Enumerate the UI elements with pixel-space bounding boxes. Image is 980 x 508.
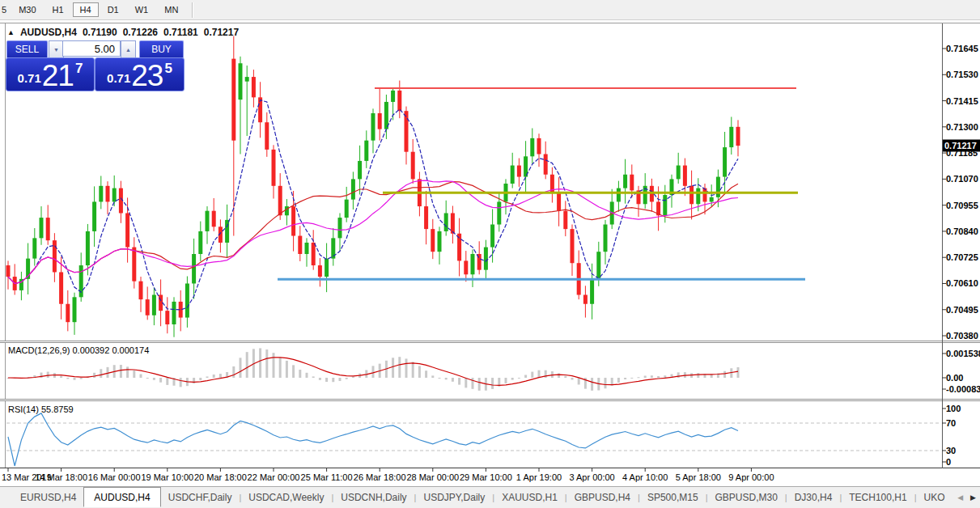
chart-header: ▲ AUDUSD,H4 0.71190 0.71226 0.71181 0.71… (7, 27, 239, 38)
tab-scroll-arrows: ◀ ▶ (957, 493, 976, 502)
terminal-window: 5M30H1H4D1W1MN ▲ AUDUSD,H4 0.71190 0.712… (0, 0, 980, 508)
indicator-axis-label: -0.000835 (946, 384, 980, 394)
tab-tech100-h1[interactable]: TECH100,H1 (842, 489, 914, 506)
sell-button[interactable]: SELL (6, 40, 48, 59)
tab-usdcad-weekly[interactable]: USDCAD,Weekly (241, 489, 331, 506)
collapse-one-click-icon[interactable]: ▲ (7, 29, 15, 36)
macd-label: MACD(12,26,9) 0.000392 0.000174 (8, 345, 149, 355)
volume-input[interactable] (62, 40, 121, 57)
sell-price-button[interactable]: 0.71 21 7 (6, 57, 95, 91)
price-axis-label: 0.71530 (946, 70, 978, 79)
timeframe-button-5[interactable]: 5 (1, 2, 10, 17)
timeframe-toolbar: 5M30H1H4D1W1MN (0, 0, 980, 20)
time-axis-label: 5 Apr 18:00 (676, 472, 721, 482)
timeframe-button-mn[interactable]: MN (157, 2, 185, 17)
ask-price-sup: 5 (164, 61, 172, 77)
price-axis-label: 0.70380 (946, 331, 978, 341)
price-axis-label: 0.70840 (946, 226, 978, 236)
price-axis-label: 0.71300 (946, 122, 978, 132)
timeframe-button-w1[interactable]: W1 (128, 2, 156, 17)
volume-increase-button[interactable]: ▲ (121, 40, 136, 58)
timeframe-button-h1[interactable]: H1 (45, 2, 71, 17)
toolbar-separator (192, 2, 193, 18)
tab-dj30-h4[interactable]: DJ30,H4 (787, 489, 840, 506)
time-axis-label: 14 Mar 18:00 (35, 472, 87, 482)
spinner-down-icon: ▼ (53, 47, 59, 53)
tab-usdcnh-daily[interactable]: USDCNH,Daily (333, 489, 414, 506)
time-axis-label: 29 Mar 10:00 (460, 472, 512, 482)
time-axis-label: 20 Mar 18:00 (194, 472, 247, 482)
tab-gbpusd-m30[interactable]: GBPUSD,M30 (707, 489, 784, 506)
tab-usdjpy-daily[interactable]: USDJPY,Daily (416, 489, 492, 506)
price-axis-label: 0.70725 (946, 252, 978, 262)
indicator-axis-label: 0.001538 (946, 349, 980, 358)
bid-price-prefix: 0.71 (18, 71, 41, 85)
indicator-axis-label: 100 (946, 404, 961, 413)
indicator-axis-label: 70 (946, 418, 956, 428)
timeframe-button-d1[interactable]: D1 (100, 2, 126, 17)
indicator-axis-label: 0.00 (946, 373, 963, 383)
spinner-up-icon: ▲ (125, 47, 131, 53)
time-axis-label: 1 Apr 19:00 (516, 472, 562, 482)
timeframe-button-m30[interactable]: M30 (11, 2, 43, 17)
time-axis-label: 9 Apr 00:00 (728, 472, 774, 482)
tab-audusd-h4[interactable]: AUDUSD,H4 (83, 487, 160, 507)
chart-symbol-label: AUDUSD,H4 (20, 27, 77, 38)
ohlc-low: 0.71181 (163, 27, 198, 38)
rsi-label: RSI(14) 55.8759 (8, 404, 74, 414)
tab-eurusd-h4[interactable]: EURUSD,H4 (13, 489, 83, 506)
tab-usdchf-daily[interactable]: USDCHF,Daily (161, 489, 240, 506)
ohlc-open: 0.71190 (83, 27, 117, 38)
tab-xauusd-h1[interactable]: XAUUSD,H1 (494, 489, 565, 506)
tab-scroll-right-icon[interactable]: ▶ (970, 493, 976, 502)
price-axis-label: 0.71645 (946, 44, 978, 53)
ask-price-big: 23 (131, 62, 163, 90)
buy-price-button[interactable]: 0.71 23 5 (95, 57, 185, 91)
price-axis-label: 0.71415 (946, 96, 978, 106)
current-price-tag: 0.71217 (943, 140, 980, 152)
time-axis-label: 22 Mar 00:00 (248, 472, 300, 482)
time-axis-label: 28 Mar 00:00 (406, 472, 459, 482)
ohlc-close: 0.71217 (204, 27, 239, 38)
time-axis-label: 19 Mar 10:00 (141, 472, 193, 482)
price-axis-label: 0.71070 (946, 174, 978, 184)
time-axis-label: 4 Apr 10:00 (622, 472, 668, 482)
time-axis-label: 25 Mar 11:00 (301, 472, 353, 482)
ask-price-prefix: 0.71 (107, 71, 130, 85)
indicator-axis-label: 0 (946, 457, 951, 467)
bid-price-sup: 7 (75, 61, 83, 77)
time-axis-label: 26 Mar 18:00 (354, 472, 406, 482)
tab-gbpusd-h4[interactable]: GBPUSD,H4 (567, 489, 638, 506)
tab-sp500-m15[interactable]: SP500,M15 (640, 489, 706, 506)
chart-tab-bar: EURUSD,H4AUDUSD,H4USDCHF,Daily|USDCAD,We… (0, 486, 980, 508)
time-axis-label: 3 Apr 00:00 (569, 472, 614, 482)
time-axis-label: 16 Mar 00:00 (88, 472, 141, 482)
price-axis-label: 0.70955 (946, 201, 978, 210)
timeframe-button-h4[interactable]: H4 (73, 2, 99, 17)
tab-uko[interactable]: UKO (916, 489, 952, 506)
price-axis-label: 0.70495 (946, 305, 978, 315)
price-axis-label: 0.70610 (946, 278, 978, 288)
ohlc-high: 0.71226 (123, 27, 158, 38)
bid-price-big: 21 (42, 62, 74, 90)
tab-scroll-left-icon[interactable]: ◀ (957, 493, 963, 502)
indicator-axis-label: 30 (946, 446, 956, 455)
buy-button[interactable]: BUY (139, 40, 184, 59)
